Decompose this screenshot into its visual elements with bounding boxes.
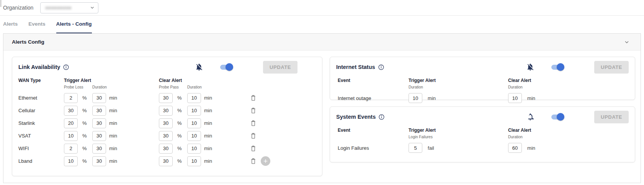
panel-body: Link Availability UPDATE WAN Type [3,51,641,176]
percent-unit: % [174,95,187,101]
tab-bar: Alerts Events Alerts - Config [0,16,644,33]
table-row: Starlink % min % min [18,117,316,129]
min-unit: min [201,158,219,164]
clear-duration-input[interactable] [508,93,522,103]
column-header-clear-alert: Clear Alert [508,78,544,83]
clear-duration-input[interactable] [508,143,522,153]
tab-events[interactable]: Events [28,21,45,33]
login-failures-input[interactable] [409,143,422,153]
wan-type-label: Starlink [18,120,64,126]
info-icon[interactable] [63,64,69,70]
probe-loss-input[interactable] [64,118,78,128]
collapse-chevron-icon[interactable] [624,39,630,45]
delete-row-button[interactable] [249,144,257,153]
probe-pass-input[interactable] [159,131,173,141]
clear-duration-input[interactable] [187,131,201,141]
table-subheader-row: Login Failures Duration [336,134,629,140]
info-icon[interactable] [378,114,385,120]
add-row-button[interactable]: + [261,156,270,166]
tab-alerts-config[interactable]: Alerts - Config [56,21,92,33]
clear-duration-input[interactable] [187,106,201,116]
percent-unit: % [79,120,92,126]
trigger-duration-input[interactable] [92,131,106,141]
clear-duration-input[interactable] [187,156,201,166]
system-events-head: System Events UPDATE [336,111,629,123]
percent-unit: % [79,108,92,113]
table-row: Login Failures fail min [336,141,629,154]
min-unit: min [201,146,219,151]
alerts-enabled-toggle[interactable] [219,63,233,71]
min-unit: min [524,145,544,151]
update-button[interactable]: UPDATE [594,111,629,123]
subheader-trigger-duration: Duration [409,85,445,89]
clear-duration-input[interactable] [187,118,201,128]
trigger-duration-input[interactable] [409,93,422,103]
organization-value: ●●●●●●●●● [45,5,72,10]
min-unit: min [106,133,124,139]
table-row: WIFI % min % min + [18,142,316,155]
min-unit: min [201,108,219,113]
trigger-duration-input[interactable] [92,156,106,166]
min-unit: min [201,133,219,139]
delete-row-button[interactable] [249,132,257,140]
delete-row-button[interactable] [249,157,257,165]
column-header-event: Event [338,78,409,83]
alerts-enabled-toggle[interactable] [551,113,564,121]
trigger-duration-input[interactable] [92,144,106,154]
head-controls: UPDATE [526,61,629,74]
percent-unit: % [174,120,187,126]
column-header-trigger-alert: Trigger Alert [64,78,124,83]
min-unit: min [106,108,124,113]
tab-alerts[interactable]: Alerts [3,21,18,33]
organization-select[interactable]: ●●●●●●●●● [40,2,98,13]
probe-loss-input[interactable] [64,156,78,166]
delete-row-button[interactable] [249,119,257,128]
wan-type-label: Cellular [18,108,64,113]
probe-pass-input[interactable] [159,144,173,154]
wan-type-label: WIFI [18,146,64,151]
wan-type-label: VSAT [18,133,64,139]
table-row: Internet outage min min [336,92,629,105]
probe-loss-input[interactable] [64,144,78,154]
trigger-duration-input[interactable] [92,118,106,128]
update-button[interactable]: UPDATE [594,61,629,74]
subheader-login-failures: Login Failures [409,135,445,139]
column-header-wan-type: WAN Type [18,78,64,83]
delete-row-button[interactable] [249,106,257,115]
subheader-probe-loss: Probe Loss [64,85,92,89]
system-events-card: System Events UPDATE [330,106,635,162]
trigger-duration-input[interactable] [92,93,106,103]
percent-unit: % [174,158,187,164]
column-header-trigger-alert: Trigger Alert [409,128,445,133]
probe-loss-input[interactable] [64,93,78,103]
table-subheader-row: Duration Duration [336,84,629,90]
clear-duration-input[interactable] [187,144,201,154]
column-header-trigger-alert: Trigger Alert [409,78,445,83]
probe-pass-input[interactable] [159,93,173,103]
info-icon[interactable] [378,64,384,70]
alerts-enabled-toggle[interactable] [551,63,564,71]
organization-label: Organization [3,5,33,11]
update-button[interactable]: UPDATE [263,61,297,74]
bell-muted-icon[interactable] [526,63,534,71]
link-availability-head: Link Availability UPDATE [18,61,316,73]
clear-duration-input[interactable] [187,93,201,103]
trigger-duration-input[interactable] [92,106,106,116]
alerts-config-header[interactable]: Alerts Config [3,34,641,51]
probe-loss-input[interactable] [64,106,78,116]
internet-status-head: Internet Status UPDATE [336,61,629,73]
table-header-row: Event Trigger Alert Clear Alert [336,127,629,134]
bell-muted-icon[interactable] [195,63,203,71]
table-row: Ethernet % min % min [18,92,316,104]
probe-loss-input[interactable] [64,131,78,141]
delete-row-button[interactable] [249,94,257,102]
probe-pass-input[interactable] [159,118,173,128]
bell-icon[interactable] [526,113,534,121]
probe-pass-input[interactable] [159,156,173,166]
fail-unit: fail [425,145,445,151]
probe-pass-input[interactable] [159,106,173,116]
percent-unit: % [79,146,92,151]
min-unit: min [106,120,124,126]
subheader-clear-duration: Duration [508,135,544,139]
percent-unit: % [174,133,187,139]
